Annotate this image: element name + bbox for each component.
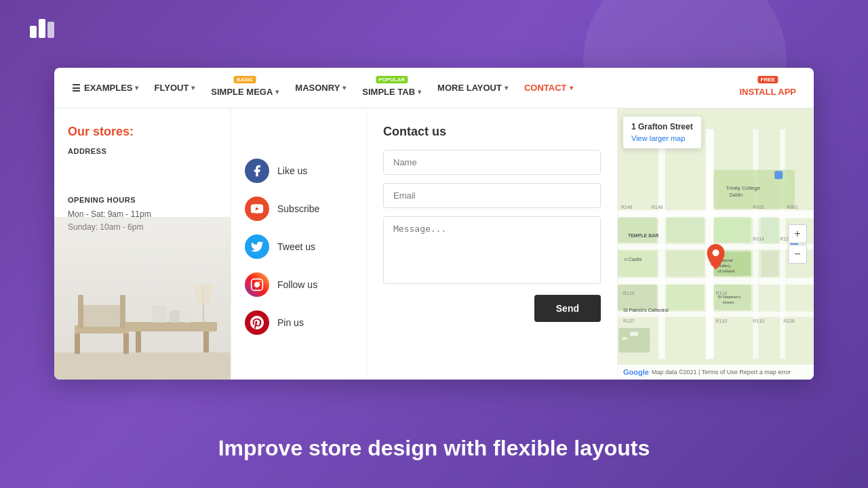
social-instagram[interactable]: Follow us bbox=[245, 272, 353, 297]
svg-rect-69 bbox=[622, 338, 627, 340]
svg-text:of Ireland: of Ireland bbox=[717, 269, 734, 273]
social-facebook[interactable]: Like us bbox=[245, 159, 353, 183]
social-pinterest[interactable]: Pin us bbox=[245, 310, 353, 335]
more-layout-chevron: ▾ bbox=[505, 84, 508, 92]
svg-rect-27 bbox=[706, 129, 714, 359]
youtube-icon bbox=[245, 197, 269, 221]
nav-more-layout[interactable]: MORE LAYOUT ▾ bbox=[431, 77, 515, 98]
tagline: Improve store design with flexible layou… bbox=[0, 436, 868, 461]
main-card: ☰ EXAMPLES ▾ FLYOUT ▾ BASIC SIMPLE MEGA … bbox=[54, 68, 814, 380]
map-panel: Trinity College Dublin TEMPLE BAR R101 R… bbox=[617, 108, 814, 380]
contact-name-input[interactable] bbox=[383, 150, 601, 175]
nav-masonry[interactable]: MASONRY ▾ bbox=[288, 77, 353, 98]
svg-rect-39 bbox=[618, 251, 657, 277]
logo bbox=[27, 12, 57, 45]
nav-flyout-label: FLYOUT bbox=[155, 83, 189, 93]
examples-chevron: ▾ bbox=[135, 84, 138, 92]
svg-rect-0 bbox=[30, 26, 37, 38]
svg-rect-17 bbox=[120, 295, 125, 329]
instagram-label: Follow us bbox=[277, 279, 317, 290]
svg-rect-8 bbox=[170, 310, 180, 323]
content-area: Our stores: ADDRESS OPENING HOURS Mon - … bbox=[54, 108, 814, 380]
instagram-icon bbox=[245, 272, 269, 297]
nav-install-app[interactable]: FREE INSTALL APP bbox=[732, 73, 803, 102]
nav-contact[interactable]: CONTACT ▾ bbox=[517, 77, 580, 98]
svg-text:R148: R148 bbox=[652, 205, 663, 209]
address-label: ADDRESS bbox=[68, 147, 217, 155]
svg-rect-14 bbox=[123, 333, 129, 354]
pinterest-label: Pin us bbox=[277, 317, 304, 328]
svg-rect-4 bbox=[136, 329, 141, 352]
svg-text:R101: R101 bbox=[753, 205, 764, 209]
svg-text:R148: R148 bbox=[621, 205, 633, 209]
nav-simple-mega[interactable]: BASIC SIMPLE MEGA ▾ bbox=[204, 73, 285, 102]
svg-rect-16 bbox=[78, 295, 83, 329]
store-title: Our stores: bbox=[68, 125, 217, 139]
svg-rect-15 bbox=[78, 305, 125, 327]
map-address-overlay: 1 Grafton Street View larger map bbox=[623, 117, 701, 148]
contact-email-input[interactable] bbox=[383, 183, 601, 208]
svg-text:R137: R137 bbox=[623, 319, 635, 323]
svg-rect-9 bbox=[183, 312, 191, 323]
nav-contact-label: CONTACT bbox=[524, 83, 567, 93]
youtube-label: Subscribe bbox=[277, 203, 319, 214]
nav-simple-mega-label: SIMPLE MEGA bbox=[211, 87, 273, 97]
svg-rect-29 bbox=[780, 129, 785, 359]
svg-rect-3 bbox=[54, 352, 231, 380]
map-background: Trinity College Dublin TEMPLE BAR R101 R… bbox=[618, 108, 814, 380]
svg-rect-68 bbox=[630, 332, 638, 336]
svg-text:TEMPLE BAR: TEMPLE BAR bbox=[628, 233, 658, 238]
furniture-illustration bbox=[54, 217, 231, 380]
svg-text:St Patrick's Cathedral: St Patrick's Cathedral bbox=[623, 308, 669, 312]
contact-chevron: ▾ bbox=[570, 84, 573, 92]
svg-text:R138: R138 bbox=[783, 319, 795, 323]
svg-rect-6 bbox=[125, 322, 217, 331]
svg-text:R110: R110 bbox=[716, 319, 728, 323]
svg-marker-11 bbox=[193, 285, 214, 305]
svg-text:R314: R314 bbox=[753, 237, 764, 241]
svg-rect-38 bbox=[618, 217, 657, 243]
nav-examples[interactable]: ☰ EXAMPLES ▾ bbox=[65, 77, 145, 99]
contact-message-input[interactable] bbox=[383, 216, 601, 284]
svg-rect-35 bbox=[761, 251, 778, 277]
svg-text:Green: Green bbox=[722, 300, 734, 304]
nav-more-layout-label: MORE LAYOUT bbox=[437, 83, 502, 93]
simple-tab-chevron: ▾ bbox=[418, 88, 421, 96]
nav-examples-label: EXAMPLES bbox=[84, 83, 133, 93]
flyout-chevron: ▾ bbox=[191, 84, 195, 92]
svg-rect-33 bbox=[667, 251, 705, 277]
svg-rect-7 bbox=[153, 305, 166, 323]
basic-badge: BASIC bbox=[234, 76, 256, 83]
nav-simple-tab[interactable]: POPULAR SIMPLE TAB ▾ bbox=[355, 73, 428, 102]
left-panel: Our stores: ADDRESS OPENING HOURS Mon - … bbox=[54, 108, 231, 380]
social-youtube[interactable]: Subscribe bbox=[245, 197, 353, 221]
twitter-icon bbox=[245, 235, 269, 259]
map-data-info: Map data ©2021 | Terms of Use Report a m… bbox=[652, 369, 791, 375]
pinterest-icon bbox=[245, 310, 269, 335]
social-panel: Like us Subscribe Tweet us Follow us bbox=[231, 108, 366, 380]
nav-simple-tab-label: SIMPLE TAB bbox=[362, 87, 415, 97]
svg-text:Trinity College: Trinity College bbox=[726, 185, 760, 191]
navbar: ☰ EXAMPLES ▾ FLYOUT ▾ BASIC SIMPLE MEGA … bbox=[54, 68, 814, 108]
svg-text:Dublin: Dublin bbox=[729, 192, 743, 197]
map-street-address: 1 Grafton Street bbox=[631, 122, 693, 131]
svg-rect-13 bbox=[75, 333, 80, 354]
social-twitter[interactable]: Tweet us bbox=[245, 235, 353, 259]
nav-install-label: INSTALL APP bbox=[739, 87, 796, 97]
facebook-label: Like us bbox=[277, 165, 307, 176]
google-logo: Google bbox=[623, 368, 649, 376]
map-larger-link[interactable]: View larger map bbox=[631, 134, 685, 142]
svg-rect-70 bbox=[774, 171, 783, 179]
send-button[interactable]: Send bbox=[534, 295, 601, 322]
svg-text:R110: R110 bbox=[623, 291, 635, 296]
svg-rect-30 bbox=[667, 217, 705, 243]
svg-text:R110: R110 bbox=[753, 319, 764, 323]
facebook-icon bbox=[245, 159, 269, 183]
nav-masonry-label: MASONRY bbox=[295, 83, 340, 93]
nav-flyout[interactable]: FLYOUT ▾ bbox=[148, 77, 202, 98]
zoom-out-button[interactable]: − bbox=[788, 245, 807, 264]
svg-text:R114: R114 bbox=[716, 291, 728, 296]
svg-text:n Castle: n Castle bbox=[625, 257, 642, 262]
opening-hours-label: OPENING HOURS bbox=[68, 196, 217, 204]
zoom-in-button[interactable]: + bbox=[788, 224, 807, 243]
